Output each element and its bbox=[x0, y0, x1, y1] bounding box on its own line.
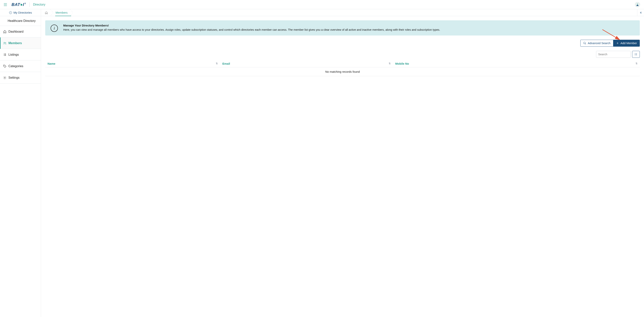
tag-icon bbox=[3, 65, 6, 68]
button-label: Add Member bbox=[620, 42, 637, 45]
sidebar-item-settings[interactable]: Settings bbox=[0, 72, 41, 84]
main-content: Members i Manage Your Directory Members!… bbox=[41, 9, 644, 317]
collapse-panel-button[interactable] bbox=[637, 9, 644, 16]
svg-point-9 bbox=[635, 54, 635, 55]
svg-point-10 bbox=[635, 55, 635, 55]
empty-message: No matching records found bbox=[45, 67, 640, 76]
triangle-left-icon bbox=[640, 12, 642, 14]
action-row: Advanced Search Add Member bbox=[45, 40, 640, 47]
sidebar-item-label: Members bbox=[8, 42, 22, 45]
column-header-name[interactable]: Name⇅ bbox=[45, 60, 220, 67]
back-label: My Directories bbox=[14, 11, 32, 14]
sidebar-item-label: Listings bbox=[8, 53, 19, 56]
home-icon bbox=[45, 11, 48, 14]
plus-icon bbox=[616, 42, 619, 45]
column-header-mobile[interactable]: Mobile No⇅ bbox=[393, 60, 640, 67]
svg-point-4 bbox=[4, 65, 4, 66]
info-icon: i bbox=[50, 25, 58, 32]
logo-registered: ® bbox=[24, 3, 26, 5]
members-table: Name⇅ Email⇅ Mobile No⇅ No matching reco… bbox=[45, 60, 640, 76]
sidebar-item-categories[interactable]: Categories bbox=[0, 61, 41, 72]
svg-point-7 bbox=[584, 42, 585, 44]
breadcrumb: Members bbox=[41, 9, 644, 16]
button-label: Advanced Search bbox=[588, 42, 610, 45]
sort-icon[interactable]: ⇅ bbox=[216, 62, 218, 65]
sidebar-item-listings[interactable]: Listings bbox=[0, 49, 41, 61]
list-icon bbox=[3, 53, 6, 56]
logo[interactable]: BAT●I® bbox=[12, 2, 26, 7]
logo-accent: ● bbox=[20, 2, 23, 7]
logo-text-2: I bbox=[23, 2, 24, 7]
search-icon bbox=[583, 42, 586, 45]
sidebar-item-label: Categories bbox=[8, 65, 23, 68]
breadcrumb-home[interactable] bbox=[41, 9, 52, 16]
sort-icon[interactable]: ⇅ bbox=[389, 62, 390, 65]
svg-point-8 bbox=[635, 53, 635, 54]
list-view-button[interactable] bbox=[632, 51, 640, 58]
back-to-directories[interactable]: My Directories bbox=[0, 9, 41, 16]
menu-toggle-icon[interactable] bbox=[4, 3, 7, 6]
column-header-email[interactable]: Email⇅ bbox=[220, 60, 393, 67]
advanced-search-button[interactable]: Advanced Search bbox=[580, 40, 613, 47]
divider bbox=[29, 2, 30, 7]
svg-point-1 bbox=[9, 11, 12, 14]
user-avatar[interactable] bbox=[635, 2, 640, 7]
svg-point-3 bbox=[5, 42, 6, 43]
info-body-text: Here, you can view and manage all member… bbox=[63, 28, 440, 32]
app-title: Directory bbox=[33, 3, 45, 6]
sidebar: My Directories Healthcare Directory Dash… bbox=[0, 9, 41, 317]
logo-text-1: BAT bbox=[12, 2, 20, 7]
search-row bbox=[45, 51, 640, 58]
list-icon bbox=[634, 53, 638, 56]
current-directory-name: Healthcare Directory bbox=[0, 16, 41, 26]
topbar: BAT●I® Directory bbox=[0, 0, 644, 9]
gear-icon bbox=[3, 76, 6, 80]
home-icon bbox=[3, 30, 6, 33]
breadcrumb-label: Members bbox=[56, 11, 68, 14]
svg-point-0 bbox=[637, 4, 638, 5]
table-empty-row: No matching records found bbox=[45, 67, 640, 76]
sidebar-item-members[interactable]: Members bbox=[0, 38, 41, 49]
sidebar-item-dashboard[interactable]: Dashboard bbox=[0, 26, 41, 38]
svg-point-2 bbox=[4, 42, 5, 43]
sidebar-item-label: Dashboard bbox=[8, 30, 24, 33]
back-arrow-icon bbox=[9, 11, 12, 14]
search-input[interactable] bbox=[596, 51, 630, 58]
svg-point-5 bbox=[4, 77, 5, 78]
sidebar-item-label: Settings bbox=[8, 76, 20, 80]
breadcrumb-current[interactable]: Members bbox=[52, 9, 72, 16]
add-member-button[interactable]: Add Member bbox=[613, 40, 640, 47]
info-banner: i Manage Your Directory Members! Here, y… bbox=[45, 20, 640, 36]
users-icon bbox=[3, 42, 6, 45]
sort-icon[interactable]: ⇅ bbox=[636, 62, 638, 65]
info-title: Manage Your Directory Members! bbox=[63, 24, 440, 27]
